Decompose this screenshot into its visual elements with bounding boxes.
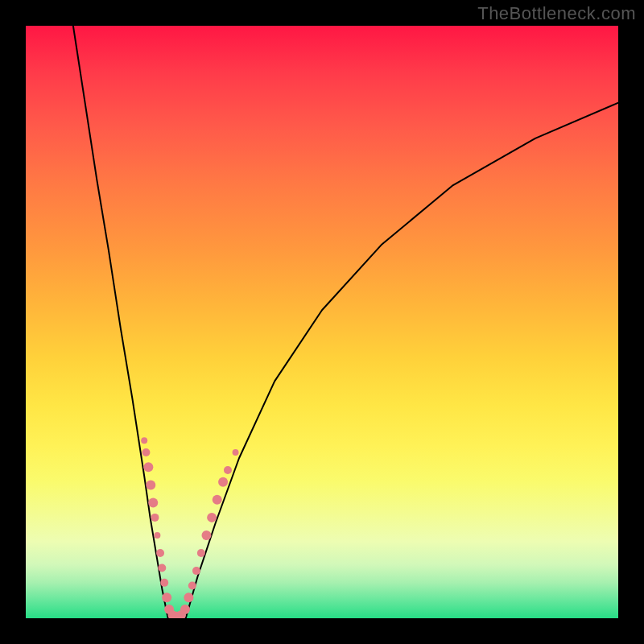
highlight-marker	[143, 462, 153, 472]
plot-area	[26, 26, 618, 618]
highlight-marker	[218, 477, 228, 487]
highlight-marker	[156, 549, 164, 557]
highlight-marker	[141, 437, 147, 444]
highlight-marker	[197, 549, 205, 557]
attribution-text: TheBottleneck.com	[477, 3, 636, 24]
highlight-marker	[233, 449, 239, 456]
highlight-marker	[224, 466, 232, 474]
chart-frame: TheBottleneck.com	[0, 0, 644, 644]
highlight-marker	[146, 480, 155, 489]
highlight-marker	[192, 567, 200, 575]
highlight-marker	[154, 532, 160, 539]
highlight-marker	[148, 497, 158, 507]
highlight-marker	[207, 513, 217, 522]
highlight-marker	[158, 564, 166, 572]
bottleneck-curve	[26, 26, 618, 618]
highlight-marker	[201, 530, 211, 540]
highlight-marker	[184, 592, 193, 602]
highlight-marker	[151, 514, 159, 522]
highlight-marker	[180, 605, 190, 614]
highlight-marker	[188, 582, 196, 590]
highlight-marker	[142, 448, 150, 456]
highlight-marker	[162, 592, 171, 602]
bottleneck-curve-path	[73, 26, 618, 618]
highlight-marker	[160, 579, 168, 587]
highlight-marker	[213, 495, 222, 505]
